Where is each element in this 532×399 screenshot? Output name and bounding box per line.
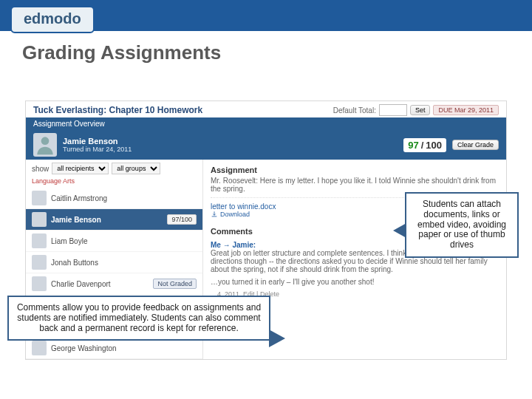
score-slash: / [421,140,424,151]
svg-point-0 [41,137,50,145]
avatar [32,276,47,291]
groups-select[interactable]: all groups [112,163,160,174]
roster-row[interactable]: Jonah Buttons [26,252,202,273]
student-name: Jamie Benson [51,216,163,224]
filters: show all recipients all groups [26,160,202,177]
assignment-header: Tuck Everlasting: Chapter 10 Homework De… [26,101,506,117]
grade-bar: Jamie Benson Turned in Mar 24, 2011 97 /… [26,130,506,160]
roster-row[interactable]: Caitlin Armstrong [26,188,202,209]
set-button[interactable]: Set [410,105,431,115]
avatar [32,212,47,227]
avatar [32,341,47,355]
download-icon [211,211,218,218]
assignment-title: Tuck Everlasting: Chapter 10 Homework [33,105,202,115]
page-title: Grading Assignments [0,31,532,72]
roster-row[interactable]: Charlie DavenportNot Graded [26,273,202,295]
student-name: Jamie Benson [63,137,398,146]
brand-logo: edmodo [10,6,95,33]
default-total-group: Default Total: Set DUE Mar 29, 2011 [333,104,499,116]
turned-in-date: Turned in Mar 24, 2011 [63,146,398,153]
submission-body: Mr. Roosevelt: Here is my letter. I hope… [211,177,499,193]
roster-row[interactable]: Liam Boyle [26,231,202,252]
score-badge: 97/100 [167,214,197,225]
comment-body-2: …you turned it in early – I'll give you … [211,278,499,286]
student-name: Liam Boyle [51,237,197,245]
brand-bar: edmodo [0,0,532,31]
avatar [32,233,47,248]
student-name: George Washington [51,344,197,352]
default-total-input[interactable] [379,104,407,116]
default-total-label: Default Total: [333,106,376,115]
grade-box: 97 / 100 [403,138,446,152]
score-total: 100 [426,140,442,151]
avatar [32,191,47,205]
overview-bar[interactable]: Assignment Overview [26,117,506,130]
callout-attach: Students can attach documents, links or … [405,192,519,258]
show-label: show [32,165,49,173]
submission-heading: Assignment [211,166,499,174]
student-avatar [33,133,57,157]
due-badge: DUE Mar 29, 2011 [433,105,499,115]
student-name: Caitlin Armstrong [51,194,197,202]
class-tag[interactable]: Language Arts [26,177,202,188]
clear-grade-button[interactable]: Clear Grade [452,140,499,150]
avatar [32,255,47,270]
recipients-select[interactable]: all recipients [52,163,109,174]
student-name: Charlie Davenport [51,280,149,288]
student-info: Jamie Benson Turned in Mar 24, 2011 [63,137,398,153]
person-icon [33,133,57,157]
student-name: Jonah Buttons [51,259,197,267]
score-value: 97 [408,140,418,151]
roster-row[interactable]: Jamie Benson97/100 [26,209,202,231]
callout-comments: Comments allow you to provide feedback o… [7,296,270,341]
not-graded-badge: Not Graded [153,279,197,289]
